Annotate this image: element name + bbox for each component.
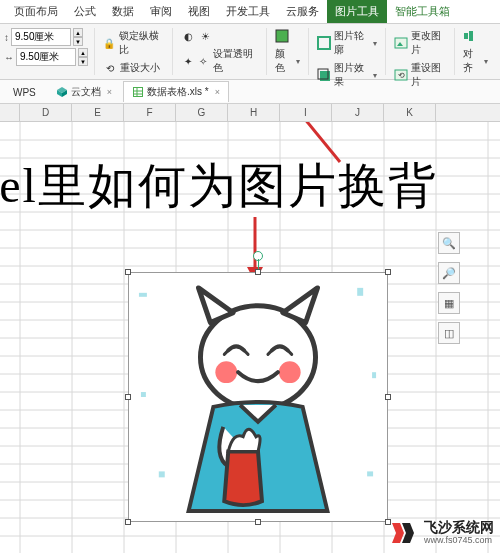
- tab-pagelayout[interactable]: 页面布局: [6, 0, 66, 23]
- align-button[interactable]: [461, 28, 490, 44]
- doctab-file[interactable]: 数据表格.xls * ×: [123, 81, 229, 102]
- svg-rect-0: [276, 30, 288, 42]
- change-pic-button[interactable]: 更改图片: [392, 28, 448, 58]
- svg-point-63: [279, 361, 301, 383]
- lock-ratio-label: 锁定纵横比: [119, 29, 164, 57]
- column-headers: D E F G H I J K: [0, 104, 500, 122]
- height-input[interactable]: [11, 28, 71, 46]
- effects-icon: [317, 68, 331, 82]
- align-group: 对齐▾: [461, 28, 496, 75]
- handle-nw[interactable]: [125, 269, 131, 275]
- col-h[interactable]: H: [228, 104, 280, 121]
- svg-rect-9: [469, 31, 473, 41]
- lock-group: 🔒 锁定纵横比 ⟲ 重设大小: [101, 28, 173, 75]
- sparkle-icon: ✦: [181, 54, 194, 68]
- align-label-button[interactable]: 对齐▾: [461, 46, 490, 76]
- tab-review[interactable]: 审阅: [142, 0, 180, 23]
- svg-rect-55: [139, 293, 147, 297]
- zoom-in-button[interactable]: 🔍: [438, 232, 460, 254]
- svg-rect-4: [395, 38, 407, 48]
- set-transparent-label: 设置透明色: [213, 47, 258, 75]
- set-transparent-button[interactable]: ✦ ✧ 设置透明色: [179, 46, 260, 76]
- cube-icon: [56, 86, 68, 98]
- svg-rect-56: [357, 288, 363, 296]
- reset-size-icon: ⟲: [103, 61, 117, 75]
- col-d[interactable]: D: [20, 104, 72, 121]
- width-spinner[interactable]: ▲▼: [78, 48, 88, 66]
- reset-size-label: 重设大小: [120, 61, 160, 75]
- col-i[interactable]: I: [280, 104, 332, 121]
- effects-button[interactable]: 图片效果▾: [315, 60, 378, 90]
- tab-data[interactable]: 数据: [104, 0, 142, 23]
- close-icon[interactable]: ×: [107, 87, 112, 97]
- chevron-down-icon: ▾: [296, 57, 300, 66]
- doctab-cloud[interactable]: 云文档 ×: [47, 81, 121, 102]
- brightness-icon: ☀: [198, 29, 212, 43]
- svg-rect-1: [318, 37, 330, 49]
- change-pic-icon: [394, 36, 408, 50]
- svg-rect-14: [134, 88, 142, 96]
- width-input[interactable]: [16, 48, 76, 66]
- color-button[interactable]: [273, 28, 302, 44]
- lock-ratio-button[interactable]: 🔒 锁定纵横比: [101, 28, 166, 58]
- tab-view[interactable]: 视图: [180, 0, 218, 23]
- col-f[interactable]: F: [124, 104, 176, 121]
- close-icon[interactable]: ×: [215, 87, 220, 97]
- chevron-down-icon: ▾: [484, 57, 488, 66]
- svg-rect-58: [141, 392, 146, 397]
- crop-button[interactable]: ◫: [438, 322, 460, 344]
- col-g[interactable]: G: [176, 104, 228, 121]
- reset-size-button[interactable]: ⟲ 重设大小: [101, 60, 166, 76]
- menu-bar: 页面布局 公式 数据 审阅 视图 开发工具 云服务 图片工具 智能工具箱: [0, 0, 500, 24]
- grid-icon: ▦: [444, 297, 454, 310]
- tab-cloud[interactable]: 云服务: [278, 0, 327, 23]
- minus-icon: 🔎: [442, 267, 456, 280]
- watermark-url: www.fs0745.com: [424, 536, 494, 546]
- handle-n[interactable]: [255, 269, 261, 275]
- floating-toolbar: 🔍 🔎 ▦ ◫: [438, 232, 460, 344]
- col-e[interactable]: E: [72, 104, 124, 121]
- align-label: 对齐: [463, 47, 480, 75]
- contrast-button[interactable]: ◐☀: [179, 28, 260, 44]
- reset-pic-icon: ⟲: [394, 68, 408, 82]
- change-group: 更改图片 ⟲ 重设图片: [392, 28, 455, 75]
- handle-s[interactable]: [255, 519, 261, 525]
- ribbon: ↕ ▲▼ ↔ ▲▼ 🔒 锁定纵横比 ⟲ 重设大小 ◐☀ ✦ ✧ 设置透明色: [0, 24, 500, 80]
- change-pic-label: 更改图片: [411, 29, 446, 57]
- watermark-logo: [390, 519, 418, 547]
- spreadsheet-area[interactable]: xcel里如何为图片换背: [0, 122, 500, 553]
- sheet-icon: [132, 86, 144, 98]
- col-k[interactable]: K: [384, 104, 436, 121]
- color-label-button[interactable]: 颜色▾: [273, 46, 302, 76]
- zoom-out-button[interactable]: 🔎: [438, 262, 460, 284]
- doctab-cloud-label: 云文档: [71, 85, 101, 99]
- tab-picturetools[interactable]: 图片工具: [327, 0, 387, 23]
- tab-formula[interactable]: 公式: [66, 0, 104, 23]
- overlay-text: xcel里如何为图片换背: [0, 154, 438, 218]
- handle-w[interactable]: [125, 394, 131, 400]
- align-icon: [463, 29, 477, 43]
- doctab-wps[interactable]: WPS: [4, 83, 45, 101]
- lock-icon: 🔒: [103, 36, 116, 50]
- height-icon: ↕: [4, 32, 9, 43]
- handle-e[interactable]: [385, 394, 391, 400]
- reset-pic-label: 重设图片: [411, 61, 446, 89]
- color-label: 颜色: [275, 47, 292, 75]
- tab-smarttools[interactable]: 智能工具箱: [387, 0, 458, 23]
- reset-pic-button[interactable]: ⟲ 重设图片: [392, 60, 448, 90]
- height-spinner[interactable]: ▲▼: [73, 28, 83, 46]
- outline-button[interactable]: 图片轮廓▾: [315, 28, 378, 58]
- svg-point-62: [215, 361, 237, 383]
- svg-text:⟲: ⟲: [397, 71, 404, 80]
- doctab-wps-label: WPS: [13, 87, 36, 98]
- col-corner[interactable]: [0, 104, 20, 121]
- layout-button[interactable]: ▦: [438, 292, 460, 314]
- col-j[interactable]: J: [332, 104, 384, 121]
- width-icon: ↔: [4, 52, 14, 63]
- handle-ne[interactable]: [385, 269, 391, 275]
- svg-rect-59: [372, 372, 376, 378]
- color-icon: [275, 29, 289, 43]
- handle-sw[interactable]: [125, 519, 131, 525]
- embedded-image[interactable]: [128, 272, 388, 522]
- tab-devtools[interactable]: 开发工具: [218, 0, 278, 23]
